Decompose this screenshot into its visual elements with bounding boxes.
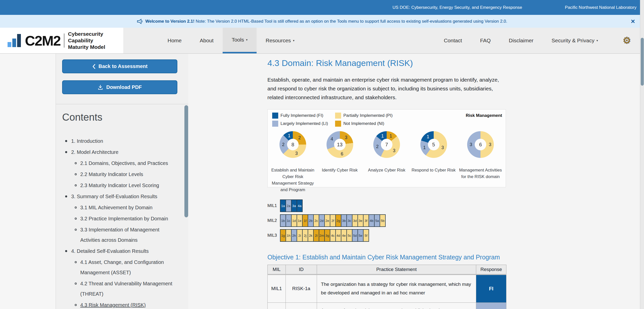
contents-item-3-summary-of-self-evaluation-results[interactable]: 3. Summary of Self-Evaluation Results xyxy=(62,191,179,202)
donut-total: 7 xyxy=(381,139,392,150)
contents-item-4-detailed-self-evaluation-results[interactable]: 4. Detailed Self-Evaluation Results xyxy=(62,246,179,256)
nav-item-label: FAQ xyxy=(480,38,491,44)
list-bullet-icon xyxy=(65,151,67,153)
nav-item-disclaimer[interactable]: Disclaimer xyxy=(500,28,543,53)
nav-item-about[interactable]: About xyxy=(191,28,223,53)
table-row: MIL1RISK-1aThe organization has a strate… xyxy=(268,274,506,303)
practice-cell-2f[interactable]: 2f xyxy=(330,214,336,227)
contents-item-4-1-asset-change-and-configuration-management-asset[interactable]: 4.1 Asset, Change, and Configuration Man… xyxy=(62,257,179,278)
practice-cell-1b[interactable]: 1b xyxy=(280,214,286,227)
nav-item-label: Resources xyxy=(266,38,291,44)
practice-cell-3c[interactable]: 3c xyxy=(346,214,352,227)
logo-acronym: C2M2 xyxy=(25,32,60,49)
nav-item-contact[interactable]: Contact xyxy=(435,28,471,53)
practice-cell-2g[interactable]: 2g xyxy=(335,214,341,227)
practice-cell-3a[interactable]: 3a xyxy=(291,199,297,212)
practice-cell-4e[interactable]: 4e xyxy=(341,229,347,242)
practice-cell-3g[interactable]: 3g xyxy=(324,229,330,242)
sidebar-scrollbar-thumb[interactable] xyxy=(184,105,188,217)
back-to-assessment-button[interactable]: Back to Assessment xyxy=(62,59,177,73)
content-region: Back to Assessment Download PDF Contents… xyxy=(0,53,644,309)
practice-cell-1h[interactable]: 1h xyxy=(286,229,292,242)
practice-cell-3e[interactable]: 3e xyxy=(357,214,364,227)
practice-cell-5a[interactable]: 5a xyxy=(374,214,380,227)
chevron-left-icon xyxy=(92,64,96,69)
practice-cell-5d[interactable]: 5d xyxy=(352,229,358,242)
practice-cell-4b[interactable]: 4b xyxy=(369,214,375,227)
list-bullet-icon xyxy=(75,261,77,263)
segment-value-li: 3 xyxy=(470,142,472,147)
practice-cell-3f[interactable]: 3f xyxy=(363,214,369,227)
page-scrollbar-thumb[interactable] xyxy=(641,38,644,86)
practice-cell-5f[interactable]: 5f xyxy=(363,229,369,242)
practice-cell-2i[interactable]: 2i xyxy=(297,229,303,242)
practice-cell-2m[interactable]: 2m xyxy=(319,229,325,242)
nav-item-tools[interactable]: Tools▾ xyxy=(223,28,257,53)
segment-value-li: 2 xyxy=(282,142,285,147)
donut-ring: 336 xyxy=(467,131,494,158)
contents-item-4-3-risk-management-risk[interactable]: 4.3 Risk Management (RISK) xyxy=(62,300,179,309)
nav-item-home[interactable]: Home xyxy=(158,28,191,53)
practice-cell-5e[interactable]: 5e xyxy=(357,229,364,242)
donut-chart-respond-to-cyber-risk: 3115Respond to Cyber Risk xyxy=(411,131,457,193)
mil-row-label: MIL3 xyxy=(267,229,279,242)
download-pdf-button[interactable]: Download PDF xyxy=(62,80,177,94)
donut-total: 8 xyxy=(287,139,299,150)
c2m2-logo[interactable]: C2M2 Cybersecurity Capability Maturity M… xyxy=(0,28,123,53)
contents-item-2-2-maturity-indicator-levels[interactable]: 2.2 Maturity Indicator Levels xyxy=(62,169,179,180)
contents-title: Contents xyxy=(62,112,179,123)
contents-item-label: 3.1 MIL Achievement by Domain xyxy=(80,205,152,210)
nav-item-security-privacy[interactable]: Security & Privacy▾ xyxy=(543,28,607,53)
practice-cell-2c[interactable]: 2c xyxy=(313,214,319,227)
legend-item-ni: Not Implemented (NI) xyxy=(335,121,393,127)
practice-cell-1c[interactable]: 1c xyxy=(286,214,292,227)
donut-ring: 36413 xyxy=(327,131,353,158)
practice-cell-2b[interactable]: 2b xyxy=(308,214,314,227)
practice-cell-2d[interactable]: 2d xyxy=(319,214,325,227)
chart-legend: Fully Implemented (FI)Partially Implemen… xyxy=(272,113,393,127)
practice-cell-3d[interactable]: 3d xyxy=(352,214,358,227)
donut-ring: 13217 xyxy=(373,131,400,158)
nav-item-label: Security & Privacy xyxy=(552,38,594,44)
practice-cell-5b[interactable]: 5b xyxy=(380,214,386,227)
contents-item-label: 2.2 Maturity Indicator Levels xyxy=(80,171,143,177)
practice-cell-1f[interactable]: 1f xyxy=(302,214,308,227)
practice-cell-2e[interactable]: 2e xyxy=(324,214,330,227)
sidebar: Back to Assessment Download PDF Contents… xyxy=(56,54,188,309)
contents-item-3-1-mil-achievement-by-domain[interactable]: 3.1 MIL Achievement by Domain xyxy=(62,202,179,213)
contents-item-2-model-architecture[interactable]: 2. Model Architecture xyxy=(62,147,179,157)
legend-swatch-li xyxy=(272,121,278,127)
contents-item-1-introduction[interactable]: 1. Introduction xyxy=(62,136,179,146)
practice-cell-4a[interactable]: 4a xyxy=(297,199,303,212)
practice-cell-4c[interactable]: 4c xyxy=(330,229,336,242)
close-icon[interactable]: × xyxy=(631,18,635,25)
practice-cell-2j[interactable]: 2j xyxy=(302,229,308,242)
version-notice-text: Welcome to Version 2.1! Note: The Versio… xyxy=(137,19,507,24)
practice-cell-2a[interactable]: 2a xyxy=(286,199,292,212)
practice-cell-3b[interactable]: 3b xyxy=(341,214,347,227)
practice-cell-1g[interactable]: 1g xyxy=(280,229,286,242)
contents-item-2-3-maturity-indicator-level-scoring[interactable]: 2.3 Maturity Indicator Level Scoring xyxy=(62,180,179,191)
nav-item-faq[interactable]: FAQ xyxy=(471,28,500,53)
page-scrollbar[interactable] xyxy=(640,0,644,309)
contents-item-4-2-threat-and-vulnerability-management-threat[interactable]: 4.2 Threat and Vulnerability Management … xyxy=(62,279,179,299)
practice-cell-4d[interactable]: 4d xyxy=(335,229,341,242)
practice-cell-1d[interactable]: 1d xyxy=(291,214,297,227)
practice-cell-2h[interactable]: 2h xyxy=(291,229,297,242)
list-bullet-icon xyxy=(75,283,77,285)
practice-cell-1a[interactable]: 1a xyxy=(280,199,286,212)
contents-item-3-2-practice-implementation-by-domain[interactable]: 3.2 Practice Implementation by Domain xyxy=(62,214,179,224)
donut-charts: 23218Establish and Maintain Cyber Risk M… xyxy=(270,131,504,193)
mil-row-label: MIL2 xyxy=(267,214,279,227)
practice-cell-1e[interactable]: 1e xyxy=(297,214,303,227)
practice-cell-5c[interactable]: 5c xyxy=(346,229,352,242)
practice-cell-2k[interactable]: 2k xyxy=(308,229,314,242)
gear-icon[interactable]: ⚙ xyxy=(623,36,631,45)
nav-item-resources[interactable]: Resources▾ xyxy=(257,28,303,53)
contents-item-2-1-domains-objectives-and-practices[interactable]: 2.1 Domains, Objectives, and Practices xyxy=(62,158,179,168)
contents-item-3-3-implementation-of-management-activities-across-domains[interactable]: 3.3 Implementation of Management Activit… xyxy=(62,225,179,245)
practice-cell-2l[interactable]: 2l xyxy=(313,229,319,242)
contents-item-label: 2.1 Domains, Objectives, and Practices xyxy=(80,160,168,166)
cell-response xyxy=(476,303,506,309)
segment-value-ni: 1 xyxy=(389,133,392,139)
